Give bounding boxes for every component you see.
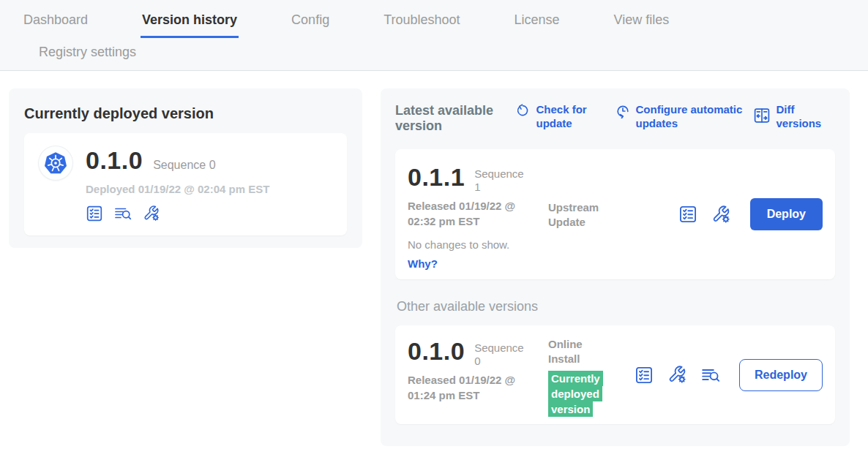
preflight-checklist-icon[interactable] [86, 205, 103, 222]
diff-icon [753, 106, 771, 128]
top-navigation: Dashboard Version history Config Trouble… [0, 0, 868, 71]
check-for-update-link[interactable]: Check for update [517, 103, 598, 131]
diff-versions-link[interactable]: Diff versions [753, 103, 835, 131]
configure-automatic-updates-link[interactable]: Configure automatic updates [616, 103, 753, 131]
online-install-label: Online Install [548, 337, 613, 366]
upstream-update-label: Upstream Update [548, 200, 613, 229]
preflight-checklist-icon[interactable] [678, 205, 697, 224]
latest-sequence-label: Sequence 1 [474, 163, 527, 194]
latest-available-title: Latest available version [395, 103, 495, 134]
view-logs-icon[interactable] [114, 205, 132, 222]
latest-version-actions: Deploy [678, 198, 823, 230]
check-update-icon [517, 103, 531, 131]
auto-update-icon [616, 103, 630, 131]
tab-dashboard[interactable]: Dashboard [22, 0, 89, 38]
edit-config-icon[interactable] [143, 205, 160, 222]
current-version-number: 0.1.0 [86, 146, 143, 175]
other-available-versions-title: Other available versions [397, 299, 835, 314]
latest-version-card: 0.1.1 Sequence 1 Released 01/19/22 @ 02:… [395, 149, 835, 279]
deployed-timestamp: Deployed 01/19/22 @ 02:04 pm EST [86, 183, 269, 195]
other-source-block: Online Install Currently deployed versio… [548, 337, 629, 412]
currently-deployed-card: 0.1.0 Sequence 0 Deployed 01/19/22 @ 02:… [24, 133, 347, 235]
configure-automatic-updates-label: Configure automatic updates [636, 103, 753, 131]
diff-versions-label: Diff versions [777, 103, 835, 131]
why-link[interactable]: Why? [408, 257, 438, 270]
view-logs-icon[interactable] [701, 366, 720, 385]
edit-config-icon[interactable] [667, 365, 687, 385]
nav-row-1: Dashboard Version history Config Trouble… [0, 0, 868, 38]
other-version-actions: Redeploy [635, 359, 823, 391]
latest-source-block: Upstream Update [548, 163, 629, 265]
tab-view-files[interactable]: View files [613, 0, 671, 38]
no-changes-note: No changes to show. [408, 238, 548, 251]
preflight-checklist-icon[interactable] [635, 366, 654, 385]
latest-released-timestamp: Released 01/19/22 @ 02:32 pm EST [408, 199, 534, 229]
other-version-info: 0.1.0 Sequence 0 Released 01/19/22 @ 01:… [408, 337, 548, 412]
other-released-timestamp: Released 01/19/22 @ 01:24 pm EST [408, 373, 534, 403]
current-sequence-label: Sequence 0 [153, 159, 215, 172]
tab-version-history[interactable]: Version history [141, 0, 239, 38]
edit-config-icon[interactable] [711, 205, 731, 224]
deploy-button[interactable]: Deploy [750, 198, 823, 230]
currently-deployed-title: Currently deployed version [24, 105, 347, 122]
latest-version-number: 0.1.1 [408, 163, 465, 192]
other-sequence-label: Sequence 0 [474, 337, 527, 368]
tab-registry-settings[interactable]: Registry settings [37, 38, 138, 68]
tab-config[interactable]: Config [290, 0, 331, 38]
kubernetes-logo-icon [39, 146, 72, 180]
tab-troubleshoot[interactable]: Troubleshoot [382, 0, 461, 38]
nav-row-2: Registry settings [0, 38, 868, 68]
latest-available-header: Latest available version Check for updat… [395, 103, 835, 134]
current-version-block: 0.1.0 Sequence 0 Deployed 01/19/22 @ 02:… [86, 146, 269, 222]
other-version-number: 0.1.0 [408, 337, 465, 366]
other-version-card: 0.1.0 Sequence 0 Released 01/19/22 @ 01:… [395, 325, 835, 424]
tab-license[interactable]: License [513, 0, 561, 38]
latest-version-info: 0.1.1 Sequence 1 Released 01/19/22 @ 02:… [408, 163, 548, 265]
currently-deployed-badge: Currently deployed version [548, 371, 603, 417]
latest-available-panel: Latest available version Check for updat… [381, 88, 850, 446]
currently-deployed-panel: Currently deployed version 0.1.0 Sequenc… [9, 88, 362, 248]
redeploy-button[interactable]: Redeploy [739, 359, 823, 391]
check-for-update-label: Check for update [536, 103, 598, 131]
